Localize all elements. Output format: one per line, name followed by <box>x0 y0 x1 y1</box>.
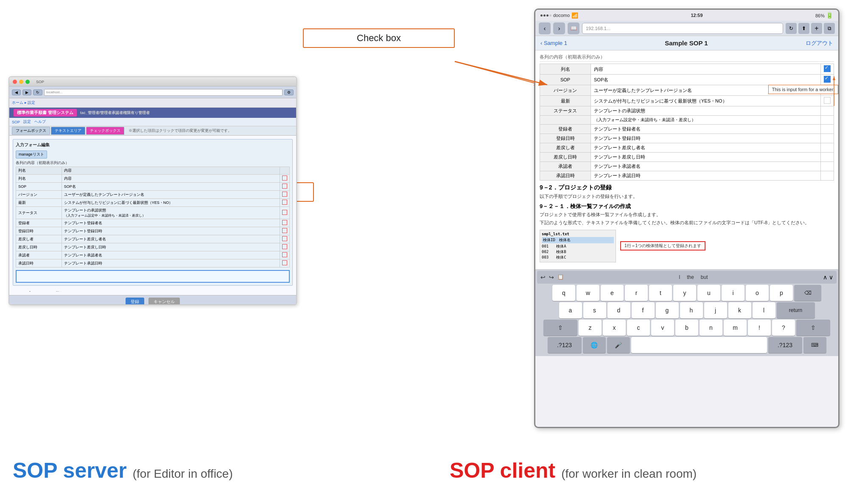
ipad-checkbox-1[interactable] <box>824 65 831 72</box>
checkbox-6[interactable] <box>282 220 287 225</box>
browser-back-btn[interactable]: ‹ <box>539 22 551 34</box>
checkbox-3[interactable] <box>282 192 287 197</box>
minimize-window-button[interactable] <box>19 80 23 84</box>
key-numbers-right[interactable]: .?123 <box>768 337 802 353</box>
browser-share-btn[interactable]: ⬆ <box>798 23 809 34</box>
key-q[interactable]: q <box>552 285 575 301</box>
checkbox-1[interactable] <box>282 175 287 181</box>
browser-url-bar[interactable]: 192.168.1... <box>582 23 783 34</box>
browser-add-btn[interactable]: + <box>811 23 822 34</box>
checkbox-8[interactable] <box>282 236 287 241</box>
key-b[interactable]: b <box>675 320 698 336</box>
browser-reload-btn[interactable]: ↻ <box>786 23 797 34</box>
keyboard-toolbar: ↩ ↪ 📋 l the but ∧ ∨ <box>537 271 837 284</box>
key-mic[interactable]: 🎤 <box>607 337 630 353</box>
close-window-button[interactable] <box>13 80 17 84</box>
key-r[interactable]: r <box>625 285 648 301</box>
key-shift-right[interactable]: ⇧ <box>796 320 830 336</box>
redo-button[interactable]: ↪ <box>549 274 554 281</box>
ipad-checkbox-2[interactable] <box>824 76 831 83</box>
key-x[interactable]: x <box>603 320 626 336</box>
key-j[interactable]: j <box>704 302 727 318</box>
key-w[interactable]: w <box>577 285 599 301</box>
key-question[interactable]: ? <box>772 320 795 336</box>
settings-button[interactable]: ⚙ <box>284 89 294 95</box>
checkbox-5[interactable] <box>282 210 287 215</box>
key-d[interactable]: d <box>607 302 630 318</box>
check-box-callout: Check box <box>303 28 455 48</box>
browser-forward-btn[interactable]: › <box>553 22 565 34</box>
logout-button[interactable]: ログアウト <box>806 39 833 47</box>
register-button[interactable]: 登録 <box>126 298 144 306</box>
key-l[interactable]: l <box>753 302 775 318</box>
suggestion-1[interactable]: l <box>679 274 680 280</box>
checkbox-2[interactable] <box>282 184 287 189</box>
checkbox-cell-2[interactable] <box>821 75 834 85</box>
key-keyboard-hide[interactable]: ⌨ <box>803 337 826 353</box>
browser-bookmarks-btn[interactable]: 📖 <box>568 22 579 34</box>
checkbox-7[interactable] <box>282 228 287 233</box>
checkbox-11[interactable] <box>282 260 287 265</box>
client-screenshot: docomo 📶 12:59 86% 🔋 ‹ › 📖 192.168.1... … <box>534 8 840 428</box>
reload-button[interactable]: ↻ <box>33 89 42 95</box>
checkbox-9[interactable] <box>282 244 287 249</box>
chevron-down-icon[interactable]: ∨ <box>829 274 833 281</box>
back-button[interactable]: ◀ <box>12 89 21 95</box>
key-s[interactable]: s <box>583 302 606 318</box>
key-y[interactable]: y <box>673 285 696 301</box>
key-p[interactable]: p <box>770 285 793 301</box>
key-h[interactable]: h <box>680 302 703 318</box>
table-row: ステータス テンプレートの承認状態（入力フォーム設定中・未認待ち・未認済・差戻し… <box>16 207 290 219</box>
key-exclaim[interactable]: ! <box>748 320 771 336</box>
cancel-button[interactable]: キャンセル <box>148 298 180 306</box>
key-z[interactable]: z <box>579 320 602 336</box>
key-globe[interactable]: 🌐 <box>583 337 606 353</box>
key-t[interactable]: t <box>649 285 672 301</box>
tab-form-box[interactable]: フォームボックス <box>12 127 50 135</box>
checkbox-cell-1[interactable] <box>821 64 834 75</box>
key-i[interactable]: i <box>722 285 744 301</box>
key-space[interactable] <box>631 337 767 353</box>
key-f[interactable]: f <box>632 302 655 318</box>
tab-text-area[interactable]: テキストエリア <box>51 127 85 135</box>
nav-back-button[interactable]: ‹ Sample 1 <box>540 40 567 46</box>
table-row: ステータス テンプレートの承認状態 <box>540 106 834 116</box>
manage-area: manageリスト <box>16 150 290 159</box>
key-m[interactable]: m <box>724 320 747 336</box>
key-backspace[interactable]: ⌫ <box>794 285 821 301</box>
paste-button[interactable]: 📋 <box>557 274 564 281</box>
text-area-field[interactable] <box>16 270 290 283</box>
server-label: SOP server (for Editor in office) <box>13 458 233 483</box>
checkbox-4[interactable] <box>282 200 287 205</box>
key-e[interactable]: e <box>601 285 624 301</box>
forward-button[interactable]: ▶ <box>22 89 31 95</box>
key-a[interactable]: a <box>559 302 582 318</box>
key-c[interactable]: c <box>627 320 650 336</box>
key-o[interactable]: o <box>746 285 769 301</box>
chevron-up-icon[interactable]: ∧ <box>823 274 827 281</box>
maximize-window-button[interactable] <box>25 80 30 84</box>
browser-tabs-btn[interactable]: ⧉ <box>824 23 835 34</box>
col-name: 列名 <box>540 64 591 75</box>
nav-item-help[interactable]: ヘルプ <box>34 119 46 125</box>
suggestion-3[interactable]: but <box>701 274 708 280</box>
ipad-checkbox-4[interactable] <box>824 97 831 104</box>
key-shift-left[interactable]: ⇧ <box>543 320 577 336</box>
url-bar[interactable]: localhost... <box>44 89 283 96</box>
manage-button[interactable]: manageリスト <box>16 150 47 159</box>
suggestion-2[interactable]: the <box>687 274 694 280</box>
tab-checkbox[interactable]: チェックボックス <box>86 127 124 135</box>
key-return[interactable]: return <box>777 302 815 318</box>
key-k[interactable]: k <box>728 302 751 318</box>
undo-button[interactable]: ↩ <box>540 274 546 281</box>
checkbox-10[interactable] <box>282 252 287 257</box>
key-v[interactable]: v <box>651 320 674 336</box>
app-name: 標準作業手順書 管理システム <box>14 109 77 117</box>
key-g[interactable]: g <box>656 302 679 318</box>
key-u[interactable]: u <box>697 285 720 301</box>
key-n[interactable]: n <box>700 320 722 336</box>
ipad-text-9-2-1a: プロジェクトで使用する検体一覧ファイルを作成します。 <box>540 211 834 218</box>
key-numbers-left[interactable]: .?123 <box>548 337 582 353</box>
nav-item-settings[interactable]: 設定 <box>23 119 31 125</box>
nav-item-sop[interactable]: SOP <box>12 120 20 124</box>
